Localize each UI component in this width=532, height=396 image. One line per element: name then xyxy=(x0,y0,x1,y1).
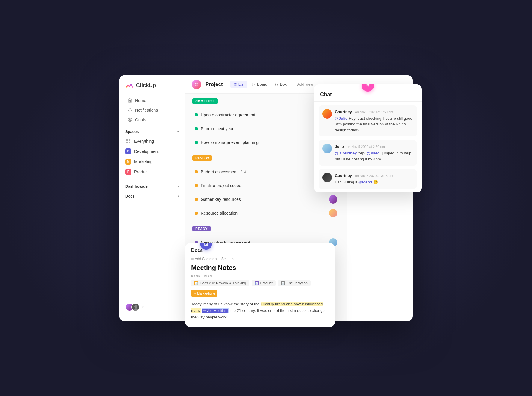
sidebar-item-marketing[interactable]: M Marketing xyxy=(119,157,185,167)
docs-overlay: Docs Add Comment Settings Meeting Notes … xyxy=(185,243,335,327)
task-name: Gather key resources xyxy=(201,197,241,202)
spaces-header[interactable]: Spaces ▾ xyxy=(119,125,185,136)
svg-point-1 xyxy=(129,119,131,121)
view-tab-list[interactable]: List xyxy=(230,81,247,88)
docs-meeting-title: Meeting Notes xyxy=(185,264,335,275)
project-icon xyxy=(192,80,201,89)
task-row[interactable]: Gather key resources xyxy=(192,192,340,206)
mention: @Marci xyxy=(358,180,372,184)
view-tab-box[interactable]: Box xyxy=(272,81,290,88)
chat-message: Courtney on Nov 5 2020 at 1:50 pm @Julie… xyxy=(319,105,417,137)
page-link-chip[interactable]: 📄 Docs 2.0: Rework & Thinking xyxy=(191,280,249,286)
docs-page-links: 📄 Docs 2.0: Rework & Thinking 📄 Product … xyxy=(185,280,335,290)
page-link-label: Product xyxy=(260,281,273,285)
chat-message-content: Courtney on Nov 5 2020 at 1:50 pm @Julie… xyxy=(335,109,413,133)
chat-message: Julie on Nov 5 2020 at 2:50 pm @ Courtne… xyxy=(319,140,417,166)
logo-text: ClickUp xyxy=(136,82,156,89)
nav-goals-label: Goals xyxy=(135,117,146,122)
page-link-chip[interactable]: 📄 Product xyxy=(252,280,276,286)
page-link-label: Docs 2.0: Rework & Thinking xyxy=(200,281,246,285)
task-name: Budget assessment xyxy=(201,169,238,174)
task-row[interactable]: Resource allocation xyxy=(192,206,340,220)
chat-timestamp: on Nov 5 2020 at 3:15 pm xyxy=(355,174,393,177)
chat-panel: # Chat Courtney on Nov 5 2020 at 1:50 pm… xyxy=(314,84,422,192)
svg-point-8 xyxy=(134,308,138,311)
sidebar-item-development[interactable]: D Development xyxy=(119,146,185,157)
jenny-editing-badge: ✏ Jenny editing xyxy=(202,308,229,313)
settings-label: Settings xyxy=(221,257,234,261)
development-dot: D xyxy=(125,148,131,154)
svg-rect-11 xyxy=(195,84,196,86)
chip-icon: 📄 xyxy=(281,281,285,285)
list-icon xyxy=(233,82,237,86)
chat-text: Fab! Killing it @Marci 😊 xyxy=(335,179,393,185)
chat-timestamp: on Nov 5 2020 at 1:50 pm xyxy=(355,110,393,114)
page-link-chip[interactable]: 📄 The Jerrycan xyxy=(278,280,311,286)
user-avatars[interactable] xyxy=(125,303,140,311)
svg-rect-3 xyxy=(126,139,128,141)
section-docs[interactable]: Docs › xyxy=(119,190,185,200)
nav-home[interactable]: Home xyxy=(122,96,182,105)
sidebar-item-development-label: Development xyxy=(134,149,159,154)
chat-text: @ Courtney Yep! @Marci jumped in to help… xyxy=(335,150,413,162)
chat-avatar-courtney2 xyxy=(322,173,332,182)
view-tab-board-label: Board xyxy=(257,82,267,87)
task-name: Finalize project scope xyxy=(201,183,241,188)
task-status-dot xyxy=(195,198,198,201)
docs-label: Docs xyxy=(125,194,135,198)
docs-add-comment[interactable]: Add Comment xyxy=(191,257,218,261)
docs-chevron-icon: › xyxy=(178,194,179,198)
user-dropdown-arrow[interactable]: ▾ xyxy=(142,305,144,309)
docs-page-links-label: PAGE LINKS xyxy=(185,275,335,280)
section-dashboards[interactable]: Dashboards › xyxy=(119,180,185,190)
view-tab-board[interactable]: Board xyxy=(249,81,270,88)
box-icon xyxy=(275,82,279,86)
svg-rect-5 xyxy=(126,142,128,143)
nav-notifications[interactable]: Notifications xyxy=(122,105,182,115)
add-comment-label: Add Comment xyxy=(195,257,218,261)
task-name: Plan for next year xyxy=(201,126,234,131)
svg-rect-10 xyxy=(197,83,198,84)
svg-rect-21 xyxy=(275,83,276,84)
home-icon xyxy=(128,98,132,103)
svg-rect-23 xyxy=(275,85,276,86)
add-view-label: Add view xyxy=(297,82,313,87)
everything-grid-icon xyxy=(125,138,131,144)
task-status-dot xyxy=(195,127,198,130)
svg-rect-9 xyxy=(195,83,196,84)
jenny-badge: ✏ Jenny editing xyxy=(202,309,228,313)
svg-rect-22 xyxy=(277,83,278,84)
status-badge-ready: READY xyxy=(192,226,211,231)
status-badge-review: REVIEW xyxy=(192,155,212,161)
task-status-dot xyxy=(195,212,198,215)
add-view-button[interactable]: + Add view xyxy=(291,81,316,88)
chat-text: @Julie Hey! Just checking if you're stil… xyxy=(335,116,413,133)
spaces-chevron-icon: ▾ xyxy=(177,129,179,133)
task-status-dot xyxy=(195,184,198,187)
task-name: How to manage event planning xyxy=(201,140,259,145)
svg-rect-6 xyxy=(129,142,130,143)
chat-messages: Courtney on Nov 5 2020 at 1:50 pm @Julie… xyxy=(314,102,422,192)
avatar-user2 xyxy=(131,303,140,311)
status-badge-complete: COMPLETE xyxy=(192,98,218,104)
svg-rect-19 xyxy=(252,83,253,86)
chat-timestamp: on Nov 5 2020 at 2:50 pm xyxy=(347,145,385,148)
task-status-dot xyxy=(195,113,198,116)
task-name: Update contractor agreement xyxy=(201,113,255,117)
project-title: Project xyxy=(205,81,223,87)
docs-actions: Add Comment Settings xyxy=(185,256,335,264)
docs-settings[interactable]: Settings xyxy=(221,257,234,261)
view-tab-list-label: List xyxy=(238,82,244,87)
chat-message-content: Julie on Nov 5 2020 at 2:50 pm @ Courtne… xyxy=(335,144,413,162)
dashboards-chevron-icon: › xyxy=(178,184,179,188)
sidebar-item-product[interactable]: P Product xyxy=(119,167,185,177)
nav-goals[interactable]: Goals xyxy=(122,115,182,125)
chat-author: Courtney xyxy=(335,173,352,178)
logo-area[interactable]: ClickUp xyxy=(119,81,185,96)
svg-rect-20 xyxy=(254,83,255,85)
product-dot: P xyxy=(125,169,131,175)
board-icon xyxy=(252,82,256,86)
svg-point-7 xyxy=(134,305,137,308)
docs-body: ✏ Mark editing Today, many of us know th… xyxy=(185,290,335,327)
sidebar-item-everything[interactable]: Everything xyxy=(119,136,185,146)
